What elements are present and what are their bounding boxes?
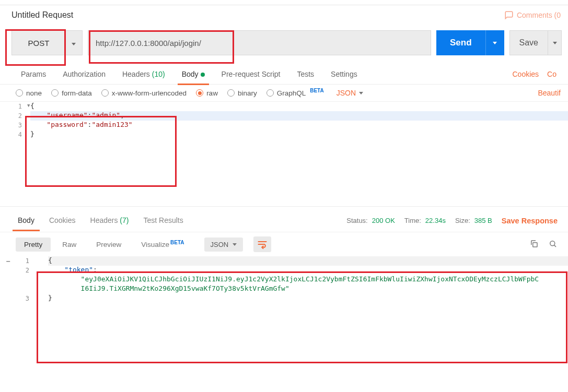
svg-point-2 <box>550 241 555 245</box>
send-button[interactable]: Send <box>436 30 485 55</box>
chevron-down-icon <box>65 39 82 47</box>
raw-format-dropdown[interactable]: JSON <box>337 89 363 97</box>
copy-icon <box>529 239 539 248</box>
body-type-form-data[interactable]: form-data <box>51 89 92 97</box>
tab-settings[interactable]: Settings <box>322 70 366 85</box>
tab-authorization[interactable]: Authorization <box>54 70 114 85</box>
radio-icon <box>227 89 235 97</box>
tab-headers[interactable]: Headers (10) <box>114 70 173 85</box>
tab-body[interactable]: Body <box>173 70 213 85</box>
chevron-down-icon <box>233 243 237 246</box>
radio-icon <box>101 89 109 97</box>
fold-icon[interactable]: ▼ <box>27 103 30 108</box>
body-type-none[interactable]: none <box>16 89 42 97</box>
copy-button[interactable] <box>526 239 542 250</box>
tab-prerequest[interactable]: Pre-request Script <box>213 70 289 85</box>
method-dropdown[interactable]: POST <box>11 30 83 55</box>
view-visualize[interactable]: VisualizeBETA <box>133 237 192 252</box>
svg-rect-1 <box>533 242 537 246</box>
chevron-down-icon <box>359 92 363 94</box>
search-icon <box>548 239 558 248</box>
status-value: 200 OK <box>372 217 395 224</box>
radio-icon <box>196 89 203 97</box>
wrap-icon <box>257 240 268 249</box>
code-link[interactable]: Co <box>543 70 561 85</box>
resp-tab-body[interactable]: Body <box>10 216 42 231</box>
response-meta: Status:200 OK Time:22.34s Size:385 B <box>346 217 492 230</box>
beta-badge: BETA <box>310 88 323 93</box>
dot-indicator-icon <box>201 73 205 77</box>
fold-icon[interactable]: − <box>6 257 10 265</box>
response-format-dropdown[interactable]: JSON <box>204 237 244 252</box>
wrap-lines-button[interactable] <box>253 236 271 252</box>
body-type-binary[interactable]: binary <box>227 89 257 97</box>
comments-button[interactable]: Comments (0 <box>504 10 561 20</box>
response-body-editor[interactable]: −1 2 3 { "token": "eyJ0eXAiOiJKV1QiLCJhb… <box>0 256 568 366</box>
radio-icon <box>266 89 274 97</box>
cookies-link[interactable]: Cookies <box>508 70 543 85</box>
top-strip <box>0 0 568 5</box>
body-type-raw[interactable]: raw <box>196 89 218 97</box>
tab-tests[interactable]: Tests <box>288 70 322 85</box>
request-title: Untitled Request <box>11 10 73 20</box>
chevron-down-icon <box>493 42 497 44</box>
body-type-graphql[interactable]: GraphQLBETA <box>266 89 324 97</box>
radio-icon <box>51 89 59 97</box>
size-value: 385 B <box>474 217 492 224</box>
comment-icon <box>504 10 514 20</box>
request-body-editor[interactable]: 1 2 3 4 ▼ { "username":"admin", "passwor… <box>0 102 568 206</box>
resp-tab-test-results[interactable]: Test Results <box>136 216 190 231</box>
view-raw[interactable]: Raw <box>54 237 85 252</box>
save-dropdown[interactable] <box>548 31 561 55</box>
view-pretty[interactable]: Pretty <box>16 237 51 252</box>
resp-tab-headers[interactable]: Headers (7) <box>83 216 136 231</box>
beta-badge: BETA <box>170 240 184 245</box>
line-gutter: −1 2 3 <box>0 256 38 303</box>
line-gutter: 1 2 3 4 ▼ <box>0 102 25 139</box>
method-text: POST <box>12 39 65 47</box>
time-value: 22.34s <box>425 217 446 224</box>
search-button[interactable] <box>545 239 561 250</box>
resp-tab-cookies[interactable]: Cookies <box>42 216 83 231</box>
save-button[interactable]: Save <box>510 31 548 55</box>
send-dropdown[interactable] <box>485 30 504 55</box>
url-text: http://127.0.0.1:8000/api/jogin/ <box>96 39 201 47</box>
radio-icon <box>16 89 23 97</box>
beautify-link[interactable]: Beautif <box>538 89 561 97</box>
view-preview[interactable]: Preview <box>88 237 130 252</box>
url-input[interactable]: http://127.0.0.1:8000/api/jogin/ <box>88 30 431 55</box>
tab-params[interactable]: Params <box>13 70 54 85</box>
save-response-button[interactable]: Save Response <box>492 217 561 230</box>
svg-line-3 <box>554 245 556 246</box>
code-area[interactable]: { "username":"admin", "password":"admin1… <box>30 102 568 139</box>
body-type-x-www[interactable]: x-www-form-urlencoded <box>101 89 187 97</box>
comments-label: Comments (0 <box>517 11 561 19</box>
code-area[interactable]: { "token": "eyJ0eXAiOiJKV1QiLCJhbGciOiJI… <box>48 256 568 303</box>
chevron-down-icon <box>553 42 557 44</box>
